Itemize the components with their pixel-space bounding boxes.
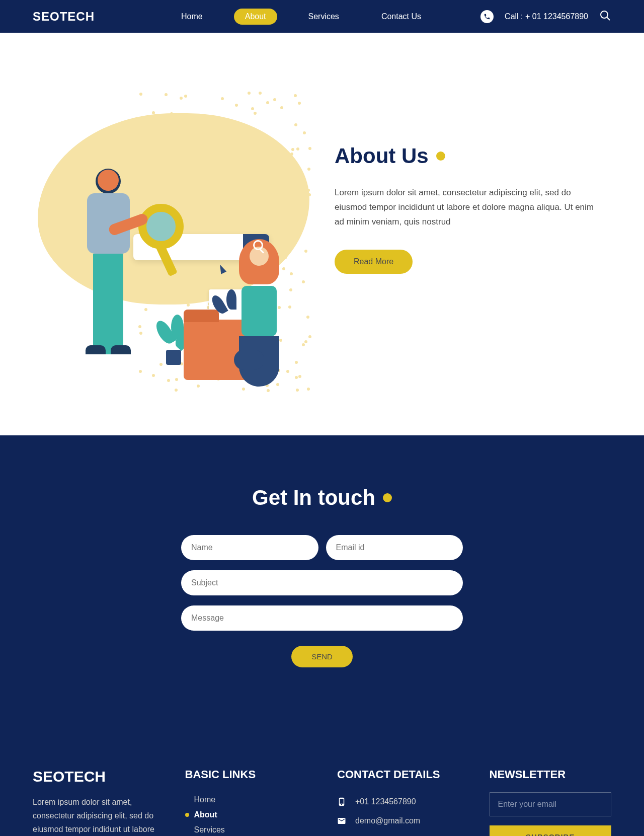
- email-input[interactable]: [326, 535, 463, 560]
- footer-link-services[interactable]: Services: [185, 822, 307, 836]
- contact-title-text: Get In touch: [252, 486, 375, 510]
- envelope-icon: [337, 816, 346, 825]
- footer-link-label: About: [194, 810, 217, 819]
- nav-services[interactable]: Services: [297, 9, 350, 25]
- bullet-icon: [185, 813, 189, 817]
- footer-links-col: BASIC LINKS Home About Services Contact …: [185, 768, 307, 836]
- about-title: About Us: [335, 144, 596, 168]
- name-input[interactable]: [181, 535, 318, 560]
- about-illustration: [33, 73, 314, 345]
- footer-links-title: BASIC LINKS: [185, 768, 307, 781]
- svg-point-0: [601, 11, 608, 18]
- footer-desc: Lorem ipsum dolor sit amet, consectetur …: [33, 795, 155, 836]
- footer-contact-title: CONTACT DETAILS: [337, 768, 459, 781]
- nav-contact[interactable]: Contact Us: [370, 9, 432, 25]
- nav-home[interactable]: Home: [170, 9, 214, 25]
- footer-links-list: Home About Services Contact Us: [185, 792, 307, 836]
- illus-person-left: [78, 169, 138, 350]
- mobile-icon: [337, 797, 346, 806]
- illus-magnify-icon: [138, 204, 184, 249]
- subject-input[interactable]: [181, 570, 463, 595]
- newsletter-input[interactable]: [490, 792, 612, 816]
- about-content: About Us Lorem ipsum dolor sit amet, con…: [335, 144, 596, 274]
- primary-nav: Home About Services Contact Us: [170, 9, 432, 25]
- contact-title: Get In touch: [252, 486, 392, 510]
- subscribe-button[interactable]: SUBSCRIBE: [490, 825, 612, 836]
- footer-contact-col: CONTACT DETAILS +01 1234567890 demo@gmai…: [337, 768, 459, 836]
- main-header: SEOTECH Home About Services Contact Us C…: [0, 0, 644, 33]
- search-icon[interactable]: [599, 10, 611, 24]
- footer-newsletter-col: NEWSLETTER SUBSCRIBE: [490, 768, 612, 836]
- footer-link-label: Services: [194, 825, 225, 834]
- contact-form: SEND: [181, 535, 463, 667]
- nav-about[interactable]: About: [234, 9, 277, 25]
- footer-logo[interactable]: SEOTECH: [33, 768, 155, 785]
- contact-section: Get In touch SEND: [0, 435, 644, 728]
- contact-phone-text: +01 1234567890: [355, 797, 416, 806]
- contact-email-text: demo@gmail.com: [355, 816, 420, 825]
- footer-link-about[interactable]: About: [185, 807, 307, 822]
- read-more-button[interactable]: Read More: [335, 250, 413, 274]
- svg-line-1: [607, 17, 610, 20]
- footer-brand-col: SEOTECH Lorem ipsum dolor sit amet, cons…: [33, 768, 155, 836]
- accent-dot-icon: [436, 151, 445, 161]
- footer-link-label: Home: [194, 795, 216, 804]
- brand-logo[interactable]: SEOTECH: [33, 10, 95, 24]
- about-body: Lorem ipsum dolor sit amet, consectetur …: [335, 186, 596, 230]
- about-title-text: About Us: [335, 144, 429, 168]
- accent-dot-icon: [383, 493, 392, 502]
- footer-link-home[interactable]: Home: [185, 792, 307, 807]
- about-section: About Us Lorem ipsum dolor sit amet, con…: [0, 33, 644, 435]
- call-area: Call : + 01 1234567890: [480, 10, 611, 24]
- call-label[interactable]: Call : + 01 1234567890: [505, 12, 588, 21]
- send-button[interactable]: SEND: [291, 646, 353, 667]
- illus-plant-2: [209, 284, 239, 325]
- phone-icon[interactable]: [480, 10, 494, 23]
- contact-phone[interactable]: +01 1234567890: [337, 792, 459, 811]
- footer-news-title: NEWSLETTER: [490, 768, 612, 781]
- footer: SEOTECH Lorem ipsum dolor sit amet, cons…: [0, 728, 644, 836]
- contact-email[interactable]: demo@gmail.com: [337, 811, 459, 830]
- message-input[interactable]: [181, 605, 463, 631]
